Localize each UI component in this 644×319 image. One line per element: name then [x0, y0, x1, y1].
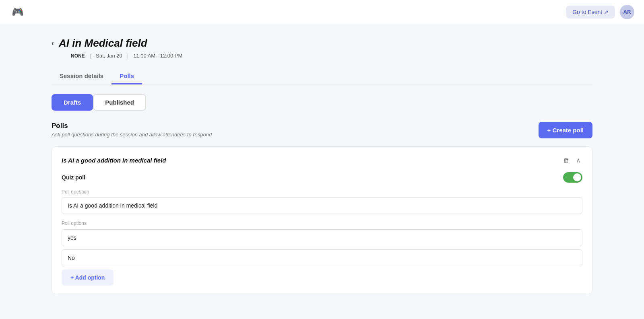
quiz-poll-label: Quiz poll [62, 174, 85, 181]
toggle-track [563, 172, 582, 183]
polls-description: Ask poll questions during the session an… [52, 132, 212, 138]
poll-question-label: Poll question [62, 189, 582, 195]
poll-card-header: Is AI a good addition in medical field 🗑… [62, 155, 582, 166]
page-title: AI in Medical field [59, 37, 147, 49]
tab-polls[interactable]: Polls [111, 68, 142, 84]
add-option-button[interactable]: + Add option [62, 270, 114, 286]
poll-card-actions: 🗑 ∧ [561, 155, 582, 166]
poll-question-input[interactable]: Is AI a good addition in medical field [62, 197, 582, 214]
main-content: ‹ AI in Medical field NONE | Sat, Jan 20… [32, 24, 612, 307]
filter-published-button[interactable]: Published [93, 94, 146, 111]
poll-options-label: Poll options [62, 220, 582, 226]
back-header: ‹ AI in Medical field [52, 37, 592, 49]
polls-header: Polls Ask poll questions during the sess… [52, 122, 592, 138]
poll-card: Is AI a good addition in medical field 🗑… [52, 146, 592, 294]
user-avatar-button[interactable]: AR [620, 5, 634, 19]
session-meta: NONE | Sat, Jan 20 | 11:00 AM - 12:00 PM [71, 53, 592, 59]
session-date: Sat, Jan 20 [96, 53, 122, 59]
chevron-up-icon: ∧ [576, 157, 581, 164]
session-type-badge: NONE [71, 53, 85, 59]
filter-drafts-button[interactable]: Drafts [52, 94, 93, 111]
tab-session-details[interactable]: Session details [52, 68, 111, 84]
app-logo: 🎮 [10, 4, 26, 20]
poll-question-title: Is AI a good addition in medical field [62, 157, 166, 164]
tabs-row: Session details Polls [52, 68, 592, 84]
session-time: 11:00 AM - 12:00 PM [133, 53, 182, 59]
go-to-event-button[interactable]: Go to Event ↗ [566, 6, 615, 19]
toggle-thumb [573, 173, 581, 181]
quiz-poll-row: Quiz poll [62, 172, 582, 183]
poll-option-1[interactable]: yes [62, 229, 582, 246]
filter-row: Drafts Published [52, 94, 592, 111]
quiz-poll-toggle[interactable] [563, 172, 582, 183]
poll-option-2[interactable]: No [62, 249, 582, 266]
polls-title: Polls [52, 122, 212, 130]
topnav-right: Go to Event ↗ AR [566, 5, 634, 19]
delete-poll-button[interactable]: 🗑 [561, 155, 571, 166]
create-poll-button[interactable]: + Create poll [539, 122, 592, 138]
trash-icon: 🗑 [563, 157, 570, 164]
back-button[interactable]: ‹ [52, 39, 54, 47]
collapse-poll-button[interactable]: ∧ [574, 155, 582, 166]
top-navigation: 🎮 Go to Event ↗ AR [0, 0, 644, 24]
polls-header-text: Polls Ask poll questions during the sess… [52, 122, 212, 138]
